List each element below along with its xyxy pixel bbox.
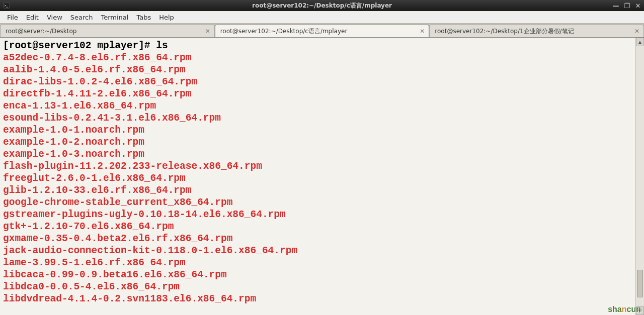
tab-item-active[interactable]: root@server102:~/Desktop/c语言/mplayer ✕ bbox=[215, 25, 430, 37]
window-controls: — ❐ ✕ bbox=[612, 2, 642, 10]
maximize-button[interactable]: ❐ bbox=[623, 2, 631, 10]
tab-label: root@server102:~/Desktop/c语言/mplayer bbox=[220, 27, 416, 36]
scroll-up-button[interactable]: ▲ bbox=[636, 38, 644, 46]
file-entry: enca-1.13-1.el6.x86_64.rpm bbox=[3, 100, 641, 112]
file-entry: libcaca-0.99-0.9.beta16.el6.x86_64.rpm bbox=[3, 269, 641, 281]
tab-close-icon[interactable]: ✕ bbox=[204, 28, 211, 35]
menu-file[interactable]: File bbox=[3, 13, 22, 22]
file-entry: esound-libs-0.2.41-3.1.el6.x86_64.rpm bbox=[3, 112, 641, 124]
tab-bar: root@server:~/Desktop ✕ root@server102:~… bbox=[0, 24, 644, 38]
file-entry: lame-3.99.5-1.el6.rf.x86_64.rpm bbox=[3, 257, 641, 269]
file-entry: example-1.0-2.noarch.rpm bbox=[3, 136, 641, 148]
file-entry: example-1.0-1.noarch.rpm bbox=[3, 124, 641, 136]
file-entry: example-1.0-3.noarch.rpm bbox=[3, 148, 641, 160]
terminal-scrollbar[interactable]: ▲ ▼ bbox=[635, 38, 644, 315]
file-entry: flash-plugin-11.2.202.233-release.x86_64… bbox=[3, 160, 641, 172]
scroll-track[interactable] bbox=[636, 46, 644, 306]
menu-edit[interactable]: Edit bbox=[22, 13, 43, 22]
menu-help[interactable]: Help bbox=[155, 13, 178, 22]
scroll-down-button[interactable]: ▼ bbox=[636, 306, 644, 315]
shell-prompt: [root@server102 mplayer]# bbox=[3, 40, 156, 51]
terminal-output[interactable]: [root@server102 mplayer]# lsa52dec-0.7.4… bbox=[0, 38, 644, 315]
tab-label: root@server:~/Desktop bbox=[6, 28, 201, 35]
menu-view[interactable]: View bbox=[43, 13, 66, 22]
file-entry: glib-1.2.10-33.el6.rf.x86_64.rpm bbox=[3, 184, 641, 196]
window-titlebar: >_ root@server102:~/Desktop/c语言/mplayer … bbox=[0, 0, 644, 11]
svg-text:>_: >_ bbox=[5, 4, 9, 8]
file-entry: a52dec-0.7.4-8.el6.rf.x86_64.rpm bbox=[3, 52, 641, 64]
terminal-app-icon: >_ bbox=[2, 1, 12, 11]
tab-close-icon[interactable]: ✕ bbox=[419, 28, 426, 35]
file-entry: directfb-1.4.11-2.el6.x86_64.rpm bbox=[3, 88, 641, 100]
window-title: root@server102:~/Desktop/c语言/mplayer bbox=[252, 2, 392, 10]
file-entry: gtk+-1.2.10-70.el6.x86_64.rpm bbox=[3, 221, 641, 233]
tab-close-icon[interactable]: ✕ bbox=[633, 28, 640, 35]
menu-terminal[interactable]: Terminal bbox=[97, 13, 132, 22]
scroll-thumb[interactable] bbox=[637, 270, 643, 297]
file-entry: jack-audio-connection-kit-0.118.0-1.el6.… bbox=[3, 245, 641, 257]
file-entry: gxmame-0.35-0.4.beta2.el6.rf.x86_64.rpm bbox=[3, 233, 641, 245]
tab-item[interactable]: root@server:~/Desktop ✕ bbox=[0, 25, 215, 37]
tab-item[interactable]: root@server102:~/Desktop/1企业部分暑假/笔记 ✕ bbox=[429, 25, 644, 37]
menu-tabs[interactable]: Tabs bbox=[132, 13, 155, 22]
file-entry: aalib-1.4.0-5.el6.rf.x86_64.rpm bbox=[3, 64, 641, 76]
shell-command: ls bbox=[156, 40, 168, 51]
minimize-button[interactable]: — bbox=[612, 2, 620, 10]
close-button[interactable]: ✕ bbox=[634, 2, 642, 10]
menu-search[interactable]: Search bbox=[66, 13, 97, 22]
file-entry: freeglut-2.6.0-1.el6.x86_64.rpm bbox=[3, 172, 641, 184]
menu-bar: File Edit View Search Terminal Tabs Help bbox=[0, 11, 644, 24]
tab-label: root@server102:~/Desktop/1企业部分暑假/笔记 bbox=[435, 27, 630, 36]
file-entry: libdvdread-4.1.4-0.2.svn1183.el6.x86_64.… bbox=[3, 293, 641, 305]
file-entry: libdca0-0.0.5-4.el6.x86_64.rpm bbox=[3, 281, 641, 293]
file-entry: dirac-libs-1.0.2-4.el6.x86_64.rpm bbox=[3, 76, 641, 88]
file-entry: gstreamer-plugins-ugly-0.10.18-14.el6.x8… bbox=[3, 208, 641, 221]
file-entry: google-chrome-stable_current_x86_64.rpm bbox=[3, 196, 641, 208]
